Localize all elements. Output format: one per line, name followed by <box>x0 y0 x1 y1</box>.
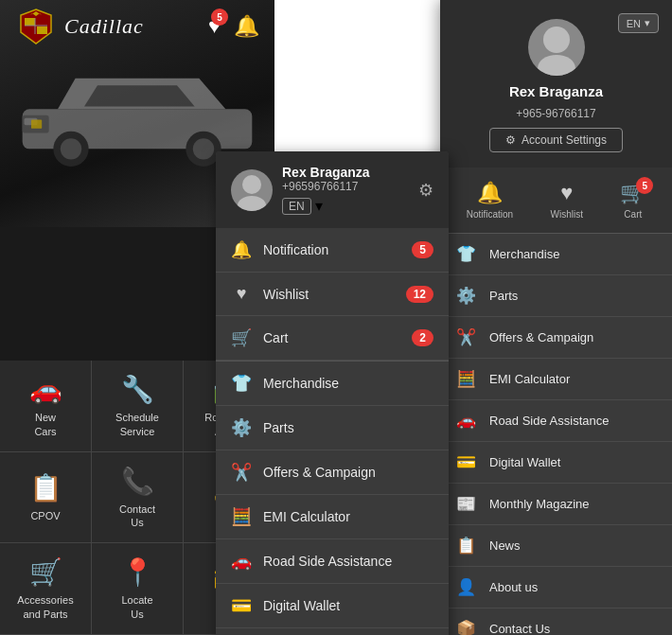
emi-label: EMI Calculator <box>263 509 350 524</box>
grid-item-accessories[interactable]: 🛒 Accessoriesand Parts <box>0 543 92 635</box>
rp-cart-badge: 5 <box>636 177 653 194</box>
rp-cart-item[interactable]: 🛒 5 Cart <box>620 181 645 220</box>
grid-item-new-cars[interactable]: 🚗 NewCars <box>0 361 92 452</box>
svg-point-15 <box>242 175 261 194</box>
dropdown-offers-item[interactable]: ✂️ Offers & Campaign <box>216 450 449 495</box>
rp-merchandise-item[interactable]: 👕 Merchandise <box>440 234 672 275</box>
contact-icon: 📞 <box>121 466 154 497</box>
dropdown-avatar <box>231 169 273 211</box>
dropdown-cart-item[interactable]: 🛒 Cart 2 <box>216 316 449 361</box>
svg-rect-10 <box>37 18 47 26</box>
rp-parts-label: Parts <box>489 289 518 303</box>
settings-gear-icon: ⚙ <box>505 133 516 147</box>
svg-rect-9 <box>25 18 35 26</box>
dropdown-lang-arrow: ▾ <box>315 197 323 215</box>
dropdown-parts-item[interactable]: ⚙️ Parts <box>216 406 449 450</box>
merchandise-icon: 👕 <box>231 373 252 394</box>
rp-wishlist-label: Wishlist <box>551 209 583 220</box>
account-settings-label: Account Settings <box>522 133 607 147</box>
rp-wallet-item[interactable]: 💳 Digital Wallet <box>440 442 672 484</box>
rp-notification-item[interactable]: 🔔 Notification <box>467 181 513 220</box>
right-panel-lang-button[interactable]: EN ▾ <box>618 13 659 33</box>
rp-lang-arrow: ▾ <box>645 17 650 29</box>
dropdown-notification-item[interactable]: 🔔 Notification 5 <box>216 228 449 273</box>
svg-point-4 <box>193 138 214 159</box>
rp-parts-item[interactable]: ⚙️ Parts <box>440 275 672 317</box>
dropdown-magazine-item[interactable]: 📰 Monthly Magazine <box>216 628 449 635</box>
dropdown-lang[interactable]: EN ▾ <box>282 197 370 215</box>
wallet-icon: 💳 <box>231 595 252 616</box>
top-header: Cadillac ♥ 5 🔔 <box>0 0 274 53</box>
rp-news-item[interactable]: 📋 News <box>440 525 672 567</box>
cadillac-logo: Cadillac <box>15 6 144 47</box>
rp-wallet-label: Digital Wallet <box>489 455 560 469</box>
rp-about-label: About us <box>489 580 538 594</box>
rp-about-item[interactable]: 👤 About us <box>440 567 672 609</box>
bell-icon[interactable]: 🔔 <box>234 14 259 39</box>
dropdown-emi-left: 🧮 EMI Calculator <box>231 506 350 527</box>
dropdown-wallet-left: 💳 Digital Wallet <box>231 595 340 616</box>
rp-about-icon: 👤 <box>455 577 476 597</box>
wallet-label: Digital Wallet <box>263 598 340 613</box>
rp-wishlist-item[interactable]: ♥ Wishlist <box>551 181 583 220</box>
dropdown-merchandise-left: 👕 Merchandise <box>231 373 339 394</box>
dropdown-emi-item[interactable]: 🧮 EMI Calculator <box>216 495 449 539</box>
emi-icon: 🧮 <box>231 506 252 527</box>
notification-icon: 🔔 <box>231 239 252 260</box>
header-icons: ♥ 5 🔔 <box>208 14 259 39</box>
rp-parts-icon: ⚙️ <box>455 286 476 306</box>
rp-contact-icon: 📦 <box>455 619 476 635</box>
rp-magazine-icon: 📰 <box>455 494 476 514</box>
wishlist-label: Wishlist <box>263 287 309 302</box>
rp-news-label: News <box>489 538 521 553</box>
dropdown-user-phone: +96596766117 <box>282 180 370 193</box>
parts-icon: ⚙️ <box>231 417 252 438</box>
account-settings-button[interactable]: ⚙ Account Settings <box>489 128 623 152</box>
dropdown-merchandise-item[interactable]: 👕 Merchandise <box>216 362 449 406</box>
grid-item-schedule-service[interactable]: 🔧 ScheduleService <box>92 361 184 452</box>
schedule-service-icon: 🔧 <box>121 374 154 405</box>
cart-badge: 2 <box>412 329 433 346</box>
grid-item-contact[interactable]: 📞 ContactUs <box>92 452 184 544</box>
rp-contact-item[interactable]: 📦 Contact Us <box>440 609 672 635</box>
rp-emi-item[interactable]: 🧮 EMI Calculator <box>440 359 672 400</box>
rp-roadside-icon: 🚗 <box>455 411 476 431</box>
rp-emi-label: EMI Calculator <box>489 372 570 386</box>
dropdown-wishlist-left: ♥ Wishlist <box>231 284 309 304</box>
right-panel-avatar <box>528 19 585 76</box>
right-panel: EN ▾ Rex Braganza +965-96766117 ⚙ Accoun… <box>440 0 672 635</box>
heart-badge: 5 <box>211 9 228 26</box>
rp-offers-item[interactable]: ✂️ Offers & Campaign <box>440 317 672 359</box>
dropdown-user-name: Rex Braganza <box>282 165 370 180</box>
dropdown-roadside-item[interactable]: 🚗 Road Side Assistance <box>216 539 449 584</box>
rp-offers-label: Offers & Campaign <box>489 330 593 344</box>
rp-news-icon: 📋 <box>455 536 476 556</box>
rp-roadside-item[interactable]: 🚗 Road Side Assistance <box>440 400 672 442</box>
heart-icon[interactable]: ♥ 5 <box>208 14 221 39</box>
offers-label: Offers & Campaign <box>263 465 376 480</box>
dropdown-gear-icon[interactable]: ⚙ <box>418 180 433 201</box>
rp-magazine-item[interactable]: 📰 Monthly Magazine <box>440 484 672 525</box>
offers-icon: ✂️ <box>231 462 252 483</box>
wishlist-icon: ♥ <box>231 284 252 304</box>
rp-cart-label: Cart <box>624 209 642 220</box>
dropdown-wishlist-item[interactable]: ♥ Wishlist 12 <box>216 273 449 316</box>
svg-rect-11 <box>25 26 35 34</box>
contact-label: ContactUs <box>119 503 155 530</box>
grid-item-locate[interactable]: 📍 LocateUs <box>92 543 184 635</box>
right-panel-header: EN ▾ Rex Braganza +965-96766117 ⚙ Accoun… <box>440 0 672 168</box>
roadside-label: Road Side Assistance <box>263 554 392 569</box>
dropdown-header: Rex Braganza +96596766117 EN ▾ ⚙ <box>216 151 449 228</box>
grid-item-cpov[interactable]: 📋 CPOV <box>0 452 92 544</box>
dropdown-wallet-item[interactable]: 💳 Digital Wallet <box>216 584 449 628</box>
rp-merchandise-label: Merchandise <box>489 247 559 261</box>
merchandise-label: Merchandise <box>263 376 339 391</box>
rp-wishlist-icon: ♥ <box>560 181 573 205</box>
cpov-label: CPOV <box>30 509 60 522</box>
svg-point-2 <box>61 138 81 159</box>
new-cars-label: NewCars <box>34 411 56 438</box>
rp-lang-text: EN <box>627 18 641 29</box>
rp-offers-icon: ✂️ <box>455 327 476 347</box>
dropdown-user-info: Rex Braganza +96596766117 EN ▾ <box>231 165 370 215</box>
rp-merchandise-icon: 👕 <box>455 244 476 264</box>
